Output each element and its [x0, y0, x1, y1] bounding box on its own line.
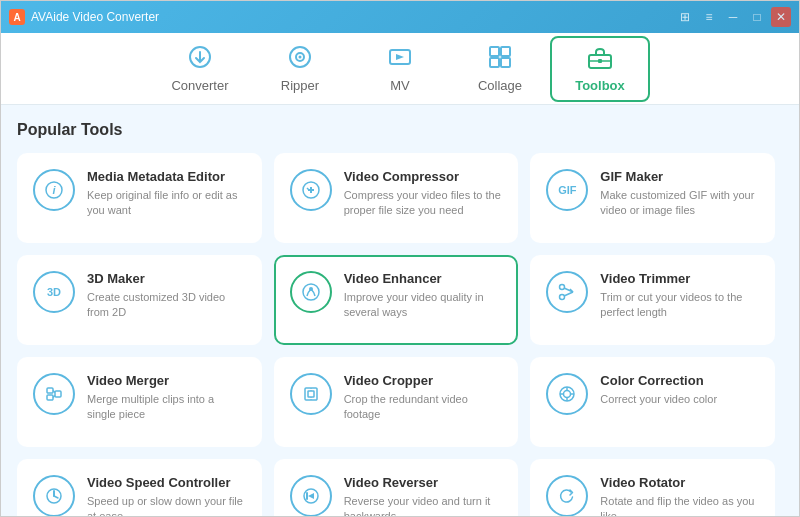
svg-point-21 [560, 295, 565, 300]
svg-line-17 [307, 188, 309, 190]
title-bar-controls: ⊞ ≡ ─ □ ✕ [675, 7, 791, 27]
video-merger-name: Video Merger [87, 373, 246, 388]
video-speed-controller-desc: Speed up or slow down your file at ease [87, 494, 246, 517]
minimize-button[interactable]: ─ [723, 7, 743, 27]
video-enhancer-icon [290, 271, 332, 313]
nav-item-toolbox[interactable]: Toolbox [550, 36, 650, 102]
video-reverser-name: Video Reverser [344, 475, 503, 490]
video-speed-controller-info: Video Speed Controller Speed up or slow … [87, 475, 246, 517]
color-correction-desc: Correct your video color [600, 392, 759, 407]
svg-rect-31 [308, 391, 314, 397]
nav-item-mv[interactable]: MV [350, 36, 450, 102]
video-reverser-desc: Reverse your video and turn it backwards [344, 494, 503, 517]
mv-label: MV [390, 78, 410, 93]
close-button[interactable]: ✕ [771, 7, 791, 27]
tool-card-video-reverser[interactable]: Video Reverser Reverse your video and tu… [274, 459, 519, 517]
menu-button[interactable]: ≡ [699, 7, 719, 27]
tool-card-video-speed-controller[interactable]: Video Speed Controller Speed up or slow … [17, 459, 262, 517]
svg-rect-25 [47, 388, 53, 393]
caption-settings-button[interactable]: ⊞ [675, 7, 695, 27]
video-compressor-icon [290, 169, 332, 211]
svg-rect-5 [490, 47, 499, 56]
video-rotator-desc: Rotate and flip the video as you like [600, 494, 759, 517]
media-metadata-editor-name: Media Metadata Editor [87, 169, 246, 184]
svg-point-19 [309, 287, 313, 291]
video-enhancer-desc: Improve your video quality in several wa… [344, 290, 503, 321]
tool-card-color-correction[interactable]: Color Correction Correct your video colo… [530, 357, 775, 447]
converter-icon [187, 44, 213, 74]
video-trimmer-icon [546, 271, 588, 313]
gif-maker-desc: Make customized GIF with your video or i… [600, 188, 759, 219]
video-speed-controller-name: Video Speed Controller [87, 475, 246, 490]
video-merger-icon [33, 373, 75, 415]
tool-card-video-rotator[interactable]: Video Rotator Rotate and flip the video … [530, 459, 775, 517]
tool-card-media-metadata-editor[interactable]: i Media Metadata Editor Keep original fi… [17, 153, 262, 243]
3d-maker-name: 3D Maker [87, 271, 246, 286]
maximize-button[interactable]: □ [747, 7, 767, 27]
3d-maker-icon: 3D [33, 271, 75, 313]
ripper-label: Ripper [281, 78, 319, 93]
video-compressor-name: Video Compressor [344, 169, 503, 184]
video-reverser-icon [290, 475, 332, 517]
tool-card-3d-maker[interactable]: 3D 3D Maker Create customized 3D video f… [17, 255, 262, 345]
nav-item-ripper[interactable]: Ripper [250, 36, 350, 102]
video-reverser-info: Video Reverser Reverse your video and tu… [344, 475, 503, 517]
video-trimmer-desc: Trim or cut your videos to the perfect l… [600, 290, 759, 321]
video-enhancer-info: Video Enhancer Improve your video qualit… [344, 271, 503, 321]
gif-maker-name: GIF Maker [600, 169, 759, 184]
video-trimmer-name: Video Trimmer [600, 271, 759, 286]
media-metadata-editor-info: Media Metadata Editor Keep original file… [87, 169, 246, 219]
main-content: Popular Tools i Media Metadata Editor Ke… [1, 105, 799, 517]
media-metadata-editor-desc: Keep original file info or edit as you w… [87, 188, 246, 219]
3d-maker-info: 3D Maker Create customized 3D video from… [87, 271, 246, 321]
svg-rect-26 [47, 395, 53, 400]
color-correction-info: Color Correction Correct your video colo… [600, 373, 759, 407]
svg-rect-30 [305, 388, 317, 400]
video-cropper-desc: Crop the redundant video footage [344, 392, 503, 423]
app-icon: A [9, 9, 25, 25]
svg-line-23 [564, 292, 573, 296]
color-correction-icon [546, 373, 588, 415]
section-title: Popular Tools [17, 121, 783, 139]
svg-point-35 [564, 391, 571, 398]
svg-point-3 [299, 56, 302, 59]
nav-item-collage[interactable]: Collage [450, 36, 550, 102]
tool-card-video-trimmer[interactable]: Video Trimmer Trim or cut your videos to… [530, 255, 775, 345]
color-correction-name: Color Correction [600, 373, 759, 388]
tool-card-video-cropper[interactable]: Video Cropper Crop the redundant video f… [274, 357, 519, 447]
video-speed-controller-icon [33, 475, 75, 517]
video-cropper-icon [290, 373, 332, 415]
nav-item-converter[interactable]: Converter [150, 36, 250, 102]
title-bar-left: A AVAide Video Converter [9, 9, 159, 25]
video-cropper-name: Video Cropper [344, 373, 503, 388]
video-compressor-desc: Compress your video files to the proper … [344, 188, 503, 219]
converter-label: Converter [171, 78, 228, 93]
tool-card-video-enhancer[interactable]: Video Enhancer Improve your video qualit… [274, 255, 519, 345]
title-bar: A AVAide Video Converter ⊞ ≡ ─ □ ✕ [1, 1, 799, 33]
svg-rect-8 [501, 58, 510, 67]
collage-icon [487, 44, 513, 74]
video-compressor-info: Video Compressor Compress your video fil… [344, 169, 503, 219]
tool-card-gif-maker[interactable]: GIF GIF Maker Make customized GIF with y… [530, 153, 775, 243]
video-merger-info: Video Merger Merge multiple clips into a… [87, 373, 246, 423]
video-trimmer-info: Video Trimmer Trim or cut your videos to… [600, 271, 759, 321]
video-rotator-info: Video Rotator Rotate and flip the video … [600, 475, 759, 517]
toolbox-label: Toolbox [575, 78, 625, 93]
video-enhancer-name: Video Enhancer [344, 271, 503, 286]
gif-maker-info: GIF Maker Make customized GIF with your … [600, 169, 759, 219]
nav-bar: Converter Ripper MV [1, 33, 799, 105]
video-cropper-info: Video Cropper Crop the redundant video f… [344, 373, 503, 423]
video-rotator-name: Video Rotator [600, 475, 759, 490]
tools-grid: i Media Metadata Editor Keep original fi… [17, 153, 783, 517]
mv-icon [387, 44, 413, 74]
tool-card-video-merger[interactable]: Video Merger Merge multiple clips into a… [17, 357, 262, 447]
svg-rect-11 [598, 59, 602, 63]
media-metadata-editor-icon: i [33, 169, 75, 211]
ripper-icon [287, 44, 313, 74]
gif-maker-icon: GIF [546, 169, 588, 211]
video-rotator-icon [546, 475, 588, 517]
svg-rect-27 [55, 391, 61, 397]
svg-text:i: i [52, 184, 56, 196]
toolbox-icon [587, 44, 613, 74]
tool-card-video-compressor[interactable]: Video Compressor Compress your video fil… [274, 153, 519, 243]
